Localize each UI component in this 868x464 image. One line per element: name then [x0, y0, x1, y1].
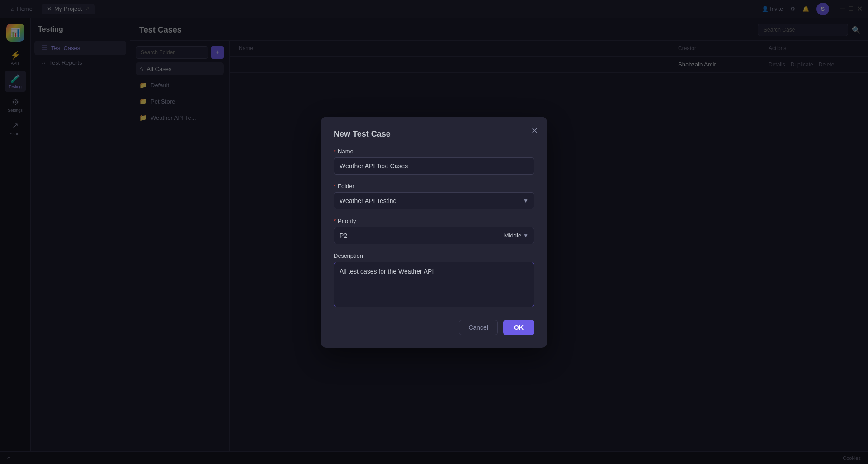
folder-required-star: * [334, 183, 336, 189]
priority-required-star: * [334, 218, 336, 224]
description-label: Description [334, 252, 534, 259]
folder-select[interactable]: Weather API Testing ▼ [334, 192, 534, 209]
priority-field-group: * Priority P2 Middle ▼ [334, 218, 534, 244]
folder-label: * Folder [334, 183, 534, 189]
name-required-star: * [334, 148, 336, 155]
cancel-button[interactable]: Cancel [459, 320, 498, 335]
modal-footer: Cancel OK [334, 320, 534, 335]
folder-chevron-icon: ▼ [523, 198, 528, 204]
priority-badge[interactable]: Middle ▼ [504, 232, 528, 239]
name-input[interactable] [334, 157, 534, 175]
priority-label: * Priority [334, 218, 534, 224]
priority-code: P2 [340, 232, 347, 239]
description-field-group: Description [334, 252, 534, 309]
priority-chevron-icon: ▼ [523, 232, 528, 239]
priority-level: Middle [504, 232, 521, 239]
priority-select[interactable]: P2 Middle ▼ [334, 227, 534, 244]
modal-title: New Test Case [334, 129, 534, 139]
modal-overlay[interactable]: New Test Case ✕ * Name * Folder Weather … [0, 0, 868, 464]
folder-select-value: Weather API Testing [340, 197, 396, 204]
name-label: * Name [334, 148, 534, 155]
ok-button[interactable]: OK [503, 320, 534, 335]
name-field-group: * Name [334, 148, 534, 175]
new-test-case-modal: New Test Case ✕ * Name * Folder Weather … [321, 117, 547, 348]
modal-close-button[interactable]: ✕ [531, 126, 538, 136]
folder-field-group: * Folder Weather API Testing ▼ [334, 183, 534, 209]
description-textarea[interactable] [334, 262, 534, 307]
